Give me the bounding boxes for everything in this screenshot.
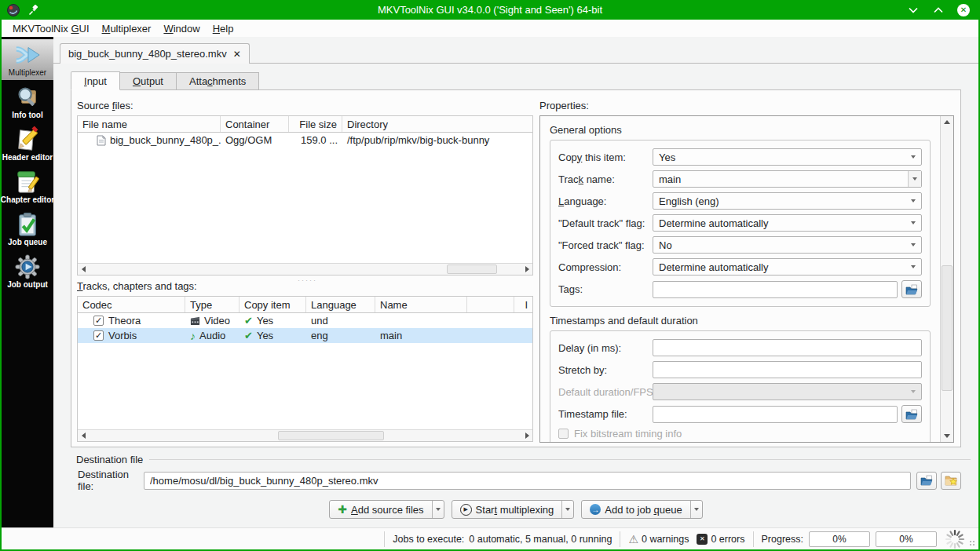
menu-window[interactable]: Window [157, 21, 206, 36]
delay-label: Delay (in ms): [558, 342, 653, 354]
sidebar-item-chapter-editor[interactable]: Chapter editor [2, 166, 53, 207]
tracks-label: Tracks, chapters and tags: [77, 280, 197, 292]
general-options-group: Copy this item: Yes Track name: main [550, 140, 931, 307]
sidebar-item-job-output[interactable]: Job output [2, 251, 53, 292]
play-icon: ▶ [460, 504, 472, 516]
forced-track-flag-combo[interactable]: No [653, 236, 922, 254]
column-header-type[interactable]: Type [185, 297, 240, 312]
minimize-button[interactable] [906, 3, 920, 17]
copy-this-item-combo[interactable]: Yes [653, 148, 922, 166]
source-file-row[interactable]: big_buck_bunny_480p_... Ogg/OGM 159.0 ..… [78, 133, 532, 148]
language-label: Language: [558, 195, 653, 207]
compression-label: Compression: [558, 261, 653, 273]
add-to-job-queue-button[interactable]: → Add to job queue [581, 500, 702, 519]
timestamp-file-input[interactable] [653, 406, 898, 423]
tracks-hscrollbar[interactable] [78, 429, 532, 441]
scrollbar-thumb[interactable] [447, 265, 497, 274]
timestamps-group: Delay (in ms): Stretch by: Default durat… [550, 330, 931, 442]
errors-count: 0 errors [711, 534, 744, 545]
source-file-container: Ogg/OGM [221, 133, 289, 148]
column-header-blank[interactable] [467, 297, 514, 312]
add-to-job-queue-dropdown[interactable] [690, 501, 702, 518]
tab-attachments[interactable]: Attachments [177, 72, 259, 90]
menu-help[interactable]: Help [207, 21, 240, 36]
scroll-left-icon[interactable] [78, 264, 89, 275]
sidebar-item-info-tool[interactable]: Info tool [2, 82, 53, 122]
column-header-container[interactable]: Container [221, 116, 289, 132]
add-source-files-button[interactable]: ✚ Add source files [329, 500, 444, 519]
menubar: MKVToolNix GUI Multiplexer Window Help [2, 20, 978, 37]
sidebar-item-multiplexer[interactable]: Multiplexer [2, 39, 53, 80]
column-header-name[interactable]: Name [375, 297, 467, 312]
source-files-hscrollbar[interactable] [78, 263, 532, 275]
scrollbar-thumb[interactable] [942, 265, 953, 391]
queue-arrow-icon: → [590, 504, 601, 515]
compression-combo[interactable]: Determine automatically [653, 258, 922, 276]
scrollbar-thumb[interactable] [278, 431, 384, 440]
column-header-directory[interactable]: Directory [342, 116, 532, 132]
delay-input[interactable] [653, 339, 922, 356]
column-header-language[interactable]: Language [306, 297, 375, 312]
tab-input[interactable]: Input [71, 71, 120, 90]
track-row-theora[interactable]: ✓ Theora Video ✔ [78, 313, 532, 328]
language-combo[interactable]: English (eng) [653, 192, 922, 210]
tags-input[interactable] [653, 281, 898, 298]
chevron-down-icon [911, 199, 916, 203]
column-header-codec[interactable]: Codec [78, 297, 185, 312]
column-header-copy-item[interactable]: Copy item [240, 297, 306, 312]
chevron-down-icon [911, 265, 916, 268]
timestamp-file-browse-button[interactable] [901, 405, 922, 423]
sidebar-item-label: Job queue [8, 238, 47, 246]
plus-icon: ✚ [338, 503, 347, 516]
sidebar-item-job-queue[interactable]: Job queue [2, 209, 53, 250]
destination-file-input[interactable] [144, 472, 911, 490]
column-header-file-size[interactable]: File size [289, 116, 342, 132]
splitter-handle[interactable]: ····· [298, 276, 317, 284]
column-header-id[interactable]: I [514, 297, 532, 312]
scroll-right-icon[interactable] [521, 264, 532, 275]
column-header-file-name[interactable]: File name [78, 116, 221, 132]
tab-output[interactable]: Output [120, 72, 177, 90]
scroll-left-icon[interactable] [78, 430, 89, 441]
tracks-table: Codec Type Copy item Language Name I ✓ T… [77, 296, 533, 442]
timestamp-file-label: Timestamp file: [558, 408, 653, 420]
start-multiplexing-dropdown[interactable] [561, 501, 573, 518]
close-icon: ✕ [957, 4, 970, 16]
folder-open-icon [905, 284, 918, 295]
scroll-down-icon[interactable] [941, 430, 953, 442]
scroll-right-icon[interactable] [521, 430, 532, 441]
folder-open-icon [920, 475, 933, 486]
titlebar: MKVToolNix GUI v34.0.0 ('Sight and Seen'… [0, 0, 980, 20]
menu-mkvtoolnix-gui[interactable]: MKVToolNix GUI [6, 21, 96, 36]
menu-multiplexer[interactable]: Multiplexer [96, 21, 158, 36]
audio-icon: ♪ [190, 330, 196, 342]
destination-browse-button[interactable] [916, 472, 937, 490]
default-duration-combo [653, 383, 922, 400]
track-type: Video [204, 315, 230, 327]
track-checkbox[interactable]: ✓ [93, 316, 104, 326]
add-source-files-dropdown[interactable] [432, 501, 444, 518]
track-name-combo[interactable]: main [653, 170, 922, 188]
maximize-button[interactable] [931, 3, 945, 17]
progress-bar-total: 0% [876, 531, 937, 547]
combo-dropdown-button[interactable] [908, 171, 921, 187]
chevron-down-icon [912, 177, 917, 181]
start-multiplexing-button[interactable]: ▶ Start multiplexing [452, 500, 575, 519]
tags-browse-button[interactable] [901, 280, 922, 298]
sidebar-item-header-editor[interactable]: Header editor [2, 124, 53, 165]
close-button[interactable]: ✕ [956, 3, 971, 17]
action-buttons: ✚ Add source files ▶ Start multiplexing … [53, 500, 978, 519]
source-files-label: Source files: [77, 100, 133, 111]
document-tab[interactable]: big_buck_bunny_480p_stereo.mkv ✕ [60, 43, 250, 64]
resize-grip[interactable] [970, 541, 976, 547]
stretch-by-input[interactable] [653, 361, 922, 378]
copy-check-icon: ✔ [244, 315, 253, 327]
folder-star-icon [945, 475, 957, 486]
track-checkbox[interactable]: ✓ [93, 330, 104, 341]
scroll-up-icon[interactable] [941, 116, 953, 128]
destination-favorites-button[interactable] [941, 472, 961, 490]
default-track-flag-combo[interactable]: Determine automatically [653, 214, 922, 232]
track-row-vorbis[interactable]: ✓ Vorbis ♪ Audio ✔ Yes eng main [78, 328, 532, 343]
tab-close-icon[interactable]: ✕ [233, 49, 241, 60]
properties-vscrollbar[interactable] [940, 116, 953, 442]
